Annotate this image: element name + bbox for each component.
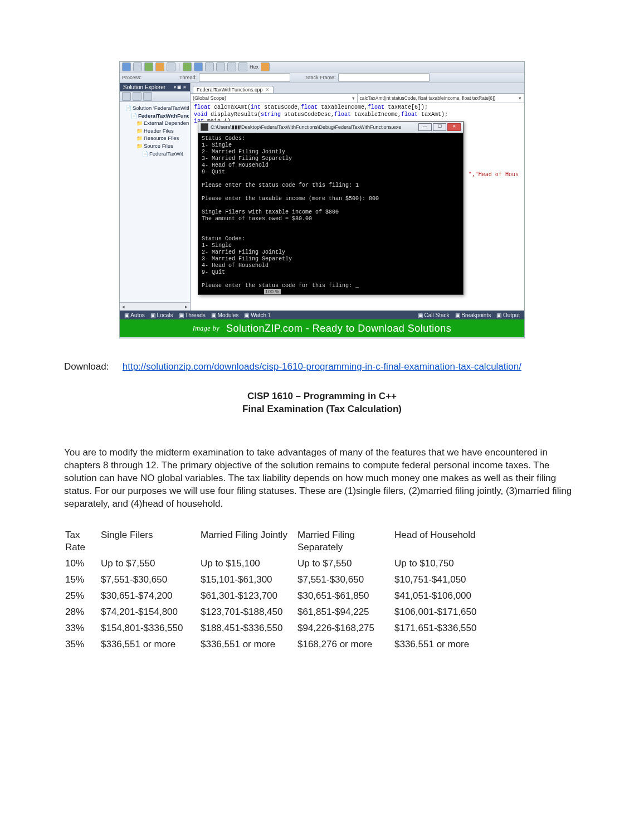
table-row: 15%$7,551-$30,650$15,101-$61,300$7,551-$… xyxy=(64,572,580,588)
table-cell: $30,651-$74,200 xyxy=(100,588,199,604)
title-line1: CISP 1610 – Programming in C++ xyxy=(64,390,580,403)
table-header: Head of Household xyxy=(393,527,580,556)
tree-item[interactable]: Source Files xyxy=(121,142,189,150)
toolbar-icon[interactable] xyxy=(167,62,175,71)
toolbar-icon[interactable] xyxy=(122,62,131,71)
table-cell: 33% xyxy=(64,620,100,637)
tab-close-icon[interactable]: ✕ xyxy=(265,87,270,93)
tree-item[interactable]: FederalTaxWithFunc xyxy=(121,112,189,120)
banner-imageby: Image by xyxy=(193,324,219,333)
solution-explorer-panel: Solution Explorer ▾ ▣ ✕ Solution 'Federa… xyxy=(120,83,191,311)
toolbar-icon[interactable] xyxy=(205,62,214,71)
toolwindow-tab[interactable]: ▣ Modules xyxy=(211,312,239,318)
tree-item[interactable]: FederalTaxWit xyxy=(121,150,189,158)
table-cell: $7,551-$30,650 xyxy=(100,572,199,588)
toolwindow-tab[interactable]: ▣ Output xyxy=(496,312,520,318)
process-label: Process: xyxy=(122,75,142,80)
se-icon[interactable] xyxy=(122,92,131,101)
hex-label[interactable]: Hex xyxy=(250,64,258,70)
table-row: 10%Up to $7,550Up to $15,100Up to $7,550… xyxy=(64,556,580,572)
tree-item[interactable]: Resource Files xyxy=(121,134,189,142)
thread-dropdown[interactable] xyxy=(199,73,290,82)
table-cell: $94,226-$168,275 xyxy=(296,620,393,637)
console-window: C:\Users\▮▮▮\Desktop\FederalTaxWithFunct… xyxy=(198,121,464,295)
table-cell: 35% xyxy=(64,637,100,653)
solution-explorer-header: Solution Explorer ▾ ▣ ✕ xyxy=(120,83,190,91)
bottom-tabs-left: ▣ Autos▣ Locals▣ Threads▣ Modules▣ Watch… xyxy=(120,311,413,319)
table-cell: $15,101-$61,300 xyxy=(199,572,296,588)
toolwindow-tab[interactable]: ▣ Threads xyxy=(179,312,206,318)
se-icon[interactable] xyxy=(143,92,152,101)
editor-tab[interactable]: FederalTaxWithFunctions.cpp ✕ xyxy=(193,86,274,93)
toolwindow-tab[interactable]: ▣ Call Stack xyxy=(418,312,450,318)
ide-screenshot: Hex Process: Thread: Stack Frame: Soluti… xyxy=(119,61,525,338)
table-cell: Up to $15,100 xyxy=(199,556,296,572)
solution-explorer-toolbar xyxy=(120,91,190,102)
code-editor: FederalTaxWithFunctions.cpp ✕ (Global Sc… xyxy=(191,83,524,311)
code-string-literal: ","Head of Hous xyxy=(469,171,519,177)
se-scroll[interactable]: ◂▸ xyxy=(120,302,190,311)
toolbar-icon[interactable] xyxy=(133,62,142,71)
table-header: Tax Rate xyxy=(64,527,100,556)
maximize-button[interactable]: ☐ xyxy=(433,123,446,131)
scope-left-text: (Global Scope) xyxy=(193,95,226,101)
close-button[interactable]: ✕ xyxy=(447,123,461,131)
thread-label: Thread: xyxy=(179,75,197,80)
table-header: Married Filing Jointly xyxy=(199,527,296,556)
table-cell: $106,001-$171,650 xyxy=(393,604,580,620)
scope-bar: (Global Scope)▾ calcTaxAmt(int statusCod… xyxy=(191,94,524,103)
main-area: Solution Explorer ▾ ▣ ✕ Solution 'Federa… xyxy=(120,83,524,311)
toolbar-icon[interactable] xyxy=(144,62,153,71)
stackframe-dropdown[interactable] xyxy=(338,73,430,82)
title-block: CISP 1610 – Programming in C++ Final Exa… xyxy=(64,390,580,416)
toolwindow-tab[interactable]: ▣ Breakpoints xyxy=(455,312,491,318)
tab-label: FederalTaxWithFunctions.cpp xyxy=(197,87,263,93)
console-titlebar[interactable]: C:\Users\▮▮▮\Desktop\FederalTaxWithFunct… xyxy=(198,122,463,133)
table-cell: $336,551 or more xyxy=(199,637,296,653)
bottom-toolwindow-tabs: ▣ Autos▣ Locals▣ Threads▣ Modules▣ Watch… xyxy=(120,311,524,319)
se-icon[interactable] xyxy=(133,92,142,101)
table-row: 28%$74,201-$154,800$123,701-$188,450$61,… xyxy=(64,604,580,620)
toolbar-icon[interactable] xyxy=(194,62,203,71)
table-header-row: Tax RateSingle FilersMarried Filing Join… xyxy=(64,527,580,556)
toolbar-icon[interactable] xyxy=(227,62,236,71)
solutionzip-banner: Image by SolutionZIP.com - Ready to Down… xyxy=(120,319,524,337)
toolbar-icon[interactable] xyxy=(155,62,164,71)
tree-item[interactable]: Solution 'FederalTaxWithF xyxy=(121,104,189,112)
tree-item[interactable]: Header Files xyxy=(121,127,189,135)
table-cell: $336,551 or more xyxy=(393,637,580,653)
table-row: 25%$30,651-$74,200$61,301-$123,700$30,65… xyxy=(64,588,580,604)
zoom-level[interactable]: 100 % xyxy=(264,289,281,294)
exe-icon xyxy=(201,123,208,131)
play-icon[interactable] xyxy=(183,62,192,71)
toolbar-icon[interactable] xyxy=(261,62,270,71)
table-cell: Up to $7,550 xyxy=(100,556,199,572)
toolwindow-tab[interactable]: ▣ Autos xyxy=(124,312,145,318)
toolbar-top: Hex xyxy=(120,62,524,72)
console-output[interactable]: Status Codes: 1- Single 2- Married Filin… xyxy=(198,133,463,294)
table-cell: 15% xyxy=(64,572,100,588)
table-cell: $188,451-$336,550 xyxy=(199,620,296,637)
table-cell: $7,551-$30,650 xyxy=(296,572,393,588)
body-paragraph: You are to modify the midterm examinatio… xyxy=(64,447,580,511)
scope-right-text: calcTaxAmt(int statusCode, float taxable… xyxy=(360,95,496,101)
toolwindow-tab[interactable]: ▣ Locals xyxy=(150,312,173,318)
panel-controls[interactable]: ▾ ▣ ✕ xyxy=(174,85,187,90)
scope-dropdown-left[interactable]: (Global Scope)▾ xyxy=(191,94,358,103)
solution-tree[interactable]: Solution 'FederalTaxWithFFederalTaxWithF… xyxy=(120,102,190,159)
table-cell: $30,651-$61,850 xyxy=(296,588,393,604)
table-header: Single Filers xyxy=(100,527,199,556)
minimize-button[interactable]: — xyxy=(418,123,432,131)
scope-dropdown-right[interactable]: calcTaxAmt(int statusCode, float taxable… xyxy=(358,94,525,103)
toolbar-icon[interactable] xyxy=(216,62,225,71)
table-row: 33%$154,801-$336,550$188,451-$336,550$94… xyxy=(64,620,580,637)
toolwindow-tab[interactable]: ▣ Watch 1 xyxy=(244,312,271,318)
toolbar-icon[interactable] xyxy=(238,62,247,71)
tree-item[interactable]: External Dependen xyxy=(121,119,189,127)
download-link[interactable]: http://solutionzip.com/downloads/cisp-16… xyxy=(123,361,521,372)
solution-explorer-title: Solution Explorer xyxy=(123,84,165,90)
table-cell: $154,801-$336,550 xyxy=(100,620,199,637)
table-cell: $61,301-$123,700 xyxy=(199,588,296,604)
table-cell: 28% xyxy=(64,604,100,620)
table-cell: $74,201-$154,800 xyxy=(100,604,199,620)
